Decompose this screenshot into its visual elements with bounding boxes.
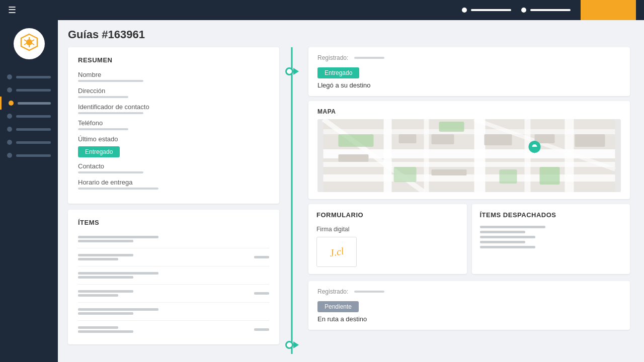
contacto-label: Contacto — [78, 162, 269, 170]
item-row-6 — [78, 324, 269, 335]
item-bars-2 — [78, 254, 133, 260]
item-bars-1 — [78, 236, 158, 242]
logo[interactable] — [14, 28, 45, 59]
timeline-dot-1-wrap — [285, 67, 299, 75]
event-card-1: Registrado: Entregado Llegó a su destino — [308, 47, 630, 96]
nav-orange-button[interactable] — [581, 0, 636, 20]
sidebar-item-7[interactable] — [0, 149, 58, 162]
page-title: Guías #163961 — [68, 28, 634, 41]
svg-line-7 — [32, 40, 34, 41]
map-svg — [317, 119, 621, 192]
horario-value — [78, 188, 158, 190]
svg-rect-23 — [500, 169, 517, 184]
identificador-value — [78, 112, 143, 114]
item-div-1 — [78, 248, 269, 248]
telefono-value — [78, 128, 128, 130]
svg-rect-21 — [439, 122, 464, 132]
dline-2 — [480, 231, 525, 233]
formulario-title: FORMULARIO — [316, 211, 459, 219]
item-bars-6 — [78, 326, 133, 333]
left-panel: RESUMEN Nombre Dirección Identificador d… — [68, 47, 279, 354]
event-badge-1: Entregado — [317, 67, 359, 78]
direccion-label: Dirección — [78, 87, 269, 95]
svg-rect-29 — [399, 134, 417, 143]
svg-rect-17 — [324, 174, 615, 182]
ibar3b — [78, 276, 133, 279]
sidebar-item-1[interactable] — [0, 70, 58, 83]
sline6 — [254, 328, 269, 331]
ultimo-estado-label: Último estado — [78, 135, 269, 143]
item-row-2 — [78, 251, 269, 263]
top-nav: ☰ — [0, 0, 644, 20]
items-despachados-card: ÍTEMS DESPACHADOS — [472, 204, 630, 274]
identificador-label: Identificador de contacto — [78, 103, 269, 111]
svg-line-6 — [24, 43, 27, 45]
ibar5a — [78, 308, 158, 311]
ibar6b — [78, 330, 133, 333]
item-div-4 — [78, 302, 269, 303]
dline-4 — [480, 241, 525, 243]
horario-label: Horario de entrega — [78, 178, 269, 186]
identificador-row: Identificador de contacto — [78, 103, 269, 114]
sidebar-line-3 — [18, 102, 51, 105]
sidebar-item-4[interactable] — [0, 110, 58, 123]
item-div-3 — [78, 284, 269, 285]
event-badge-2: Pendiente — [317, 301, 359, 312]
sidebar-line-7 — [16, 154, 51, 157]
sidebar-line-6 — [16, 141, 51, 144]
item-bars-3 — [78, 272, 158, 279]
map-card: MAPA — [308, 101, 630, 199]
contacto-row: Contacto — [78, 162, 269, 173]
item-row-3 — [78, 269, 269, 281]
sidebar-item-2[interactable] — [0, 83, 58, 97]
logo-icon — [20, 33, 38, 55]
sidebar-items — [0, 70, 58, 162]
svg-rect-24 — [394, 167, 417, 182]
two-col-layout: RESUMEN Nombre Dirección Identificador d… — [68, 47, 634, 354]
registrado-label-1: Registrado: — [317, 54, 348, 61]
resumen-title: RESUMEN — [78, 56, 269, 64]
sline2 — [254, 256, 269, 258]
ibar1a — [78, 236, 158, 238]
nav-line1 — [471, 9, 511, 11]
right-panel: Registrado: Entregado Llegó a su destino… — [279, 47, 634, 354]
nav-user2 — [521, 8, 571, 13]
horario-row: Horario de entrega — [78, 178, 269, 190]
right-content: Registrado: Entregado Llegó a su destino… — [304, 47, 634, 354]
telefono-row: Teléfono — [78, 119, 269, 130]
ibar1b — [78, 240, 133, 242]
event-status-1: Llegó a su destino — [317, 81, 621, 89]
nav-dot1 — [462, 8, 467, 13]
svg-line-4 — [24, 40, 27, 41]
nav-dot2 — [521, 8, 526, 13]
ultimo-estado-row: Último estado Entregado — [78, 135, 269, 157]
sidebar-item-3[interactable] — [0, 97, 58, 110]
side-lines-4 — [254, 292, 269, 295]
svg-rect-22 — [540, 167, 560, 185]
desp-lines — [480, 226, 622, 248]
timeline-circle-2 — [285, 341, 293, 349]
hamburger-icon[interactable]: ☰ — [8, 5, 16, 16]
registrado-line-1 — [354, 57, 384, 59]
map-visual — [317, 119, 621, 192]
timeline-dot-2-wrap — [285, 341, 299, 349]
ibar6a — [78, 326, 118, 329]
items-card: ÍTEMS — [68, 210, 279, 344]
sline4 — [254, 292, 269, 295]
sidebar-line-2 — [16, 89, 51, 92]
nav-user1 — [462, 8, 511, 13]
svg-rect-25 — [339, 154, 369, 162]
item-row-5 — [78, 306, 269, 317]
svg-rect-26 — [432, 134, 454, 144]
contacto-value — [78, 171, 143, 173]
sidebar-item-5[interactable] — [0, 123, 58, 136]
sidebar-item-6[interactable] — [0, 136, 58, 149]
event-status-2: En ruta a destino — [317, 315, 621, 323]
registrado-line-2 — [354, 291, 384, 293]
bottom-cards: FORMULARIO Firma digital J.cl ÍTEMS DESP… — [308, 204, 630, 274]
event-header-1: Registrado: — [317, 54, 621, 61]
ibar2a — [78, 254, 133, 256]
item-row-1 — [78, 233, 269, 245]
nav-line2 — [530, 9, 571, 11]
item-div-5 — [78, 320, 269, 321]
